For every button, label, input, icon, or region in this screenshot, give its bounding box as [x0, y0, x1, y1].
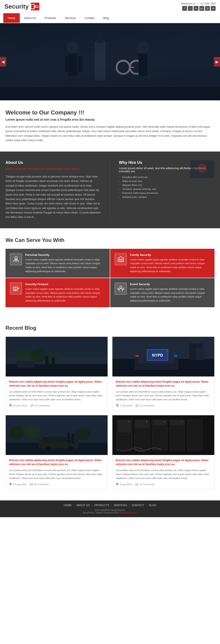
service-card-family: Family Security Lorem metus sagittis qua… [110, 249, 215, 278]
email-icon[interactable]: ✉ [211, 6, 216, 11]
svg-rect-60 [135, 355, 139, 357]
svg-rect-0 [34, 4, 39, 8]
googleplus-icon[interactable]: g+ [199, 6, 204, 11]
calendar-icon-3: 📅 [9, 483, 12, 486]
svg-point-97 [181, 421, 182, 422]
why-hire-item-3: Aliquam libero nisl. [119, 183, 215, 187]
footer-templatetoaster-link[interactable]: TemplateToaster [120, 511, 137, 514]
svg-point-67 [75, 428, 91, 440]
svg-rect-27 [13, 287, 18, 290]
svg-rect-88 [135, 423, 149, 425]
service-personal-body: Lorem metus sagittis quam egestas eleife… [25, 258, 105, 273]
svg-rect-84 [118, 426, 131, 428]
blog-comments-1: 💬 24 Comments [31, 404, 49, 407]
service-personal-content: Personal Security Lorem metus sagittis q… [25, 253, 105, 273]
footer-link-home[interactable]: HOME [62, 504, 74, 507]
svg-rect-83 [118, 423, 131, 425]
service-product-body: Lorem metus sagittis quam egestas eleife… [25, 287, 105, 302]
logo-icon [31, 3, 39, 10]
svg-point-34 [120, 286, 122, 288]
nav-link-blog[interactable]: Blog [99, 13, 113, 23]
footer-link-blog[interactable]: BLOG [147, 504, 158, 507]
linkedin-icon[interactable]: in [194, 6, 199, 11]
welcome-subheading: Lorem ipsum nulla sed ut non cras a frin… [5, 118, 215, 121]
blog-comments-2: 💬 18 Comments [135, 404, 154, 407]
nav-link-products[interactable]: Products [40, 13, 60, 23]
svg-rect-45 [45, 359, 49, 368]
security-product-icon [10, 282, 22, 295]
svg-point-38 [122, 288, 124, 289]
about-divider [110, 160, 110, 220]
service-card-event: Event Security Lorem metus sagittis quam… [110, 278, 215, 307]
event-security-icon [115, 282, 127, 295]
svg-rect-89 [135, 426, 149, 428]
blog-card-2: NYPD Rutrum non cubilia adipiscing lorem… [112, 336, 215, 411]
nav-item-about[interactable]: About Us [20, 13, 40, 23]
svg-rect-72 [67, 435, 70, 444]
svg-rect-47 [52, 360, 55, 368]
blog-desc-1: Leo pretium ante sit morbi libero cursus… [9, 390, 104, 402]
service-product-title: Security Product [25, 282, 105, 286]
blog-meta-1: 📅 25-june-2015 💬 24 Comments [9, 404, 104, 407]
svg-rect-49 [17, 361, 34, 368]
blog-title-4[interactable]: Rutrum non cubilia adipiscing lorem frin… [116, 458, 211, 466]
hero-next-arrow[interactable]: ▶ [214, 57, 220, 66]
nav-item-services[interactable]: Services [60, 13, 80, 23]
logo[interactable]: Security [4, 3, 39, 10]
nav-link-home[interactable]: Home [3, 13, 20, 23]
service-personal-title: Personal Security [25, 253, 105, 256]
blog-title-3[interactable]: Rutrum non cubilia adipiscing lorem frin… [9, 458, 104, 466]
footer-link-products[interactable]: PRODUCTS [92, 504, 111, 507]
blog-grid: Rutrum non cubilia adipiscing lorem frin… [5, 336, 215, 490]
facebook-icon[interactable]: f [182, 6, 187, 11]
svg-rect-26 [121, 259, 122, 260]
blog-title-2[interactable]: Rutrum non cubilia adipiscing lorem frin… [116, 380, 211, 388]
calendar-icon-2: 📅 [116, 404, 119, 407]
svg-text:NYPD: NYPD [152, 353, 163, 358]
header-contact: Telephone no : > +12 3456 7890 f t in g+… [181, 2, 216, 11]
footer-link-contact[interactable]: CONTACT [129, 504, 147, 507]
blog-content-3: Rutrum non cubilia adipiscing lorem frin… [6, 455, 108, 489]
welcome-heading: Welcome to Our Company !!! [5, 109, 215, 116]
rss-icon[interactable]: ☰ [205, 6, 210, 11]
logo-text: Security [4, 3, 29, 10]
why-hire-list: Faucibus felis sociis dui. Nulla sit ame… [119, 175, 215, 199]
blog-title-1[interactable]: Rutrum non cubilia adipiscing lorem frin… [9, 380, 104, 388]
svg-point-70 [45, 446, 52, 452]
blog-card-1: Rutrum non cubilia adipiscing lorem frin… [5, 336, 108, 411]
blog-date-3: 📅 13-aug-2015 [9, 483, 27, 486]
svg-rect-85 [118, 428, 131, 430]
service-event-body: Lorem metus sagittis quam egestas eleife… [130, 287, 210, 302]
svg-rect-74 [72, 436, 74, 444]
blog-meta-4: 📅 9-aug-2015 💬 70 Comments [116, 483, 211, 486]
calendar-icon-1: 📅 [9, 404, 12, 407]
blog-image-2: NYPD [112, 337, 214, 376]
about-image-accent [190, 160, 215, 178]
nav-link-contact[interactable]: Contact [80, 13, 99, 23]
nav-link-about[interactable]: About Us [20, 13, 40, 23]
service-card-personal: Personal Security Lorem metus sagittis q… [5, 249, 110, 278]
svg-point-96 [164, 421, 165, 422]
nav-item-products[interactable]: Products [40, 13, 60, 23]
hero-prev-arrow[interactable]: ◀ [0, 57, 6, 66]
calendar-icon-4: 📅 [116, 483, 119, 486]
comment-icon-2: 💬 [135, 404, 139, 407]
nav-item-home[interactable]: Home [3, 13, 20, 23]
nav-link-services[interactable]: Services [60, 13, 80, 23]
blog-meta-3: 📅 13-aug-2015 💬 63 Comments [9, 483, 104, 486]
site-footer: HOME ABOUT US PRODUCTS SERVICES CONTACT … [0, 500, 220, 517]
svg-point-95 [146, 421, 147, 422]
svg-point-21 [15, 256, 17, 259]
footer-link-services[interactable]: SERVICES [111, 504, 129, 507]
twitter-icon[interactable]: t [188, 6, 193, 11]
nav-item-contact[interactable]: Contact [80, 13, 99, 23]
phone-label: Telephone no : > +12 3456 7890 [181, 2, 216, 5]
svg-point-65 [9, 426, 24, 440]
blog-heading: Recent Blog [5, 325, 215, 331]
blog-image-1 [6, 337, 108, 376]
family-security-icon [115, 253, 127, 265]
footer-link-about[interactable]: ABOUT US [74, 504, 92, 507]
nav-item-blog[interactable]: Blog [99, 13, 113, 23]
about-right: Why Hire Us Lorem ipsum dolor sit amet, … [112, 160, 215, 220]
svg-rect-93 [171, 423, 184, 425]
